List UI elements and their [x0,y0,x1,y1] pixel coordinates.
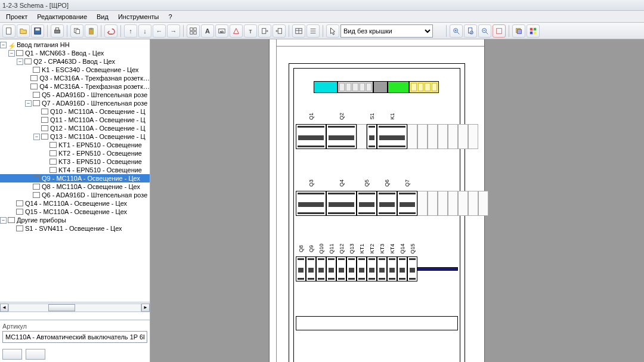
tree-item[interactable]: −⚡Ввод питания НН [0,41,150,49]
label-button[interactable]: ab [215,24,228,38]
import-button[interactable] [273,24,286,38]
device-Q7[interactable] [397,191,417,216]
expand-icon[interactable]: − [17,58,23,65]
print-button[interactable] [51,24,64,38]
tree-item[interactable]: Q15 - MC110A - Освещение - Цех [0,208,150,216]
component-tree[interactable]: −⚡Ввод питания НН−Q1 - MCN663 - Ввод - Ц… [0,39,150,302]
device-Q4[interactable] [326,191,357,216]
tree-item[interactable]: Q14 - MC110A - Освещение - Цех [0,199,150,208]
new-file-button[interactable] [2,24,16,38]
palette-button[interactable] [527,24,540,38]
expand-icon[interactable]: − [25,100,32,107]
device-Q1[interactable] [296,124,326,149]
arrow-down-button[interactable]: ↓ [138,24,151,38]
shape-button[interactable] [230,24,243,38]
busbar[interactable] [314,81,439,93]
expand-icon[interactable]: − [0,217,7,224]
tree-item[interactable]: Q3 - MC316A - Трехфазная розетк… [0,74,150,82]
ruler-vertical [270,39,277,362]
tree-item[interactable]: Q11 - MC110A - Освещение - Ц [0,116,150,124]
arrow-up-button[interactable]: ↑ [124,24,137,38]
panel-button-1[interactable] [2,349,22,360]
tree-item[interactable]: Q6 - ADA916D - Штепсельная розе [0,191,150,199]
tree-item[interactable]: Q4 - MC316A - Трехфазная розетк… [0,82,150,91]
tree-item[interactable]: −Q2 - CPA463D - Ввод - Цех [0,57,150,66]
menu-tools[interactable]: Инструменты [113,13,164,20]
device-K1[interactable] [377,124,407,149]
zoom-in-button[interactable] [450,24,463,38]
undo-button[interactable] [104,24,117,38]
export-button[interactable] [258,24,271,38]
device-icon [41,109,48,115]
zoom-page-button[interactable] [464,24,477,38]
tree-label: KT1 - EPN510 - Освещение [58,141,142,149]
device-KT4[interactable] [387,256,397,281]
device-Q8[interactable] [296,256,306,281]
expand-icon[interactable]: − [33,134,40,140]
device-KT1[interactable] [357,256,367,281]
menu-edit[interactable]: Редактирование [32,13,92,20]
tree-item[interactable]: Q8 - MC110A - Освещение - Цех [0,182,150,191]
device-Q13[interactable] [346,256,357,281]
tree-item[interactable]: −Q7 - ADA916D - Штепсельная розе [0,99,150,107]
din-row-2[interactable]: Q3Q4Q5Q6Q7 [296,202,458,205]
scroll-thumb[interactable] [48,304,75,311]
tree-item[interactable]: KT1 - EPN510 - Освещение [0,141,150,149]
device-Q6[interactable] [377,191,397,216]
save-button[interactable] [31,24,44,38]
arrow-left-button[interactable]: ← [153,24,166,38]
device-Q11[interactable] [326,256,336,281]
din-row-1[interactable]: Q1Q2S1K1 [296,135,458,138]
device-KT3[interactable] [377,256,387,281]
device-Q14[interactable] [397,256,407,281]
tree-item[interactable]: Q10 - MC110A - Освещение - Ц [0,107,150,116]
fit-button[interactable] [493,24,506,38]
layers-button[interactable] [512,24,525,38]
tree-item[interactable]: Q12 - MC110A - Освещение - Ц [0,124,150,132]
arrow-right-button[interactable]: → [167,24,180,38]
tag-button[interactable]: т [244,24,257,38]
tree-scrollbar[interactable]: ◄ ► [0,302,150,313]
tree-item[interactable]: K1 - ESC340 - Освещение - Цех [0,66,150,74]
tree-item[interactable]: KT2 - EPN510 - Освещение [0,149,150,157]
grid-icon[interactable] [187,24,200,38]
text-button[interactable]: A [201,24,214,38]
device-Q10[interactable] [316,256,326,281]
scroll-left-icon[interactable]: ◄ [0,304,8,312]
menu-view[interactable]: Вид [92,13,113,20]
tree-item[interactable]: KT4 - EPN510 - Освещение [0,166,150,174]
tree-item[interactable]: Q5 - ADA916D - Штепсельная розе [0,91,150,99]
panel-button-2[interactable] [26,349,45,360]
article-input[interactable] [2,331,147,343]
tree-item[interactable]: −Другие приборы [0,216,150,224]
din-row-3[interactable]: Q8Q9Q10Q11Q12Q13KT1KT2KT3KT4Q14Q15 [296,267,458,271]
tree-item[interactable]: −Q1 - MCN663 - Ввод - Цех [0,49,150,57]
expand-icon[interactable]: − [8,50,15,57]
device-Q3[interactable] [296,191,326,216]
device-Q15[interactable] [407,256,417,281]
scroll-right-icon[interactable]: ► [141,304,150,312]
table-button[interactable] [292,24,305,38]
device-S1[interactable] [367,124,377,149]
paste-button[interactable] [85,24,98,38]
list-button[interactable] [306,24,320,38]
drawing-paper[interactable]: Q1Q2S1K1 Q3Q4Q5Q6Q7 Q8Q9Q10Q11Q12Q13KT1K… [270,39,484,362]
tree-item[interactable]: Q9 - MC110A - Освещение - Цех [0,174,150,182]
expand-icon[interactable]: − [0,42,7,48]
view-mode-select[interactable]: Вид без крышки [340,24,433,38]
device-Q2[interactable] [326,124,357,149]
menu-help[interactable]: ? [164,13,177,20]
pointer-button[interactable] [326,24,339,38]
device-Q5[interactable] [357,191,377,216]
device-Q12[interactable] [336,256,346,281]
menu-project[interactable]: Проект [1,13,32,20]
zoom-out-button[interactable] [478,24,491,38]
device-Q9[interactable] [306,256,316,281]
open-button[interactable] [17,24,30,38]
canvas-area[interactable]: Q1Q2S1K1 Q3Q4Q5Q6Q7 Q8Q9Q10Q11Q12Q13KT1K… [150,39,644,362]
tree-item[interactable]: S1 - SVN411 - Освещение - Цех [0,224,150,233]
tree-item[interactable]: −Q13 - MC110A - Освещение - Ц [0,132,150,141]
tree-item[interactable]: KT3 - EPN510 - Освещение [0,157,150,166]
copy-button[interactable] [70,24,83,38]
device-KT2[interactable] [367,256,377,281]
